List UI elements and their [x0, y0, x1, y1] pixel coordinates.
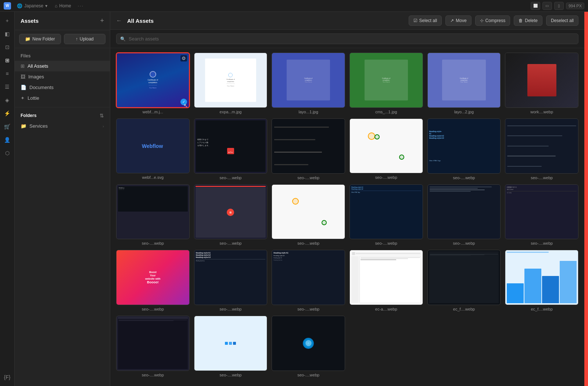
asset-item[interactable]: Webflow でドラッグ seo-....webp [116, 184, 190, 246]
asset-item[interactable]: ec_f....webp [505, 250, 578, 311]
sidebar-add-icon[interactable]: + [100, 17, 104, 25]
mobile-view-btn[interactable]: ▯ [554, 2, 564, 10]
add-icon[interactable]: + [1, 15, 13, 26]
ecomm-icon[interactable]: 🛒 [1, 121, 13, 132]
asset-item[interactable]: Webflow webf...e.svg [116, 118, 190, 180]
folders-label: Folders [21, 113, 36, 118]
asset-name: seo-....webp [194, 373, 268, 377]
pages-icon[interactable]: ☰ [1, 81, 13, 93]
asset-name: seo-....webp [272, 307, 345, 311]
asset-item[interactable]: Heading-style-h1Heading-style-h2 Other H… [349, 184, 423, 246]
asset-item[interactable]: seo-....webp [505, 118, 578, 180]
asset-name: seo-....webp [505, 176, 578, 180]
asset-name: seo-....webp [116, 241, 190, 245]
files-section: Files ⊞ All Assets 🖼 Images 📄 Documents … [15, 48, 110, 107]
compress-button[interactable]: ⊹ Compress [475, 15, 510, 26]
users-icon[interactable]: 👤 [1, 134, 13, 146]
checkbox-icon: ☑ [413, 18, 417, 23]
asset-item[interactable]: Certificate ofcompletion────────Your Nam… [194, 53, 268, 114]
asset-item[interactable]: Heading-style-h1 Heading-style-h2 Headin… [272, 250, 345, 311]
deselect-all-button[interactable]: Deselect all [546, 15, 578, 26]
asset-item[interactable]: Certificate ofcompletionYour Name cms_..… [349, 53, 423, 114]
asset-thumbnail: Heading-style-h1Heading-style-h2 Other H… [349, 184, 423, 240]
px-indicator: 994 PX [566, 3, 584, 9]
language-selector[interactable]: 🌐 Japanese ▾ [13, 2, 51, 10]
cms-icon[interactable]: ≡ [1, 68, 13, 79]
asset-item[interactable]: Certificate ofcompletion────────Your Nam… [116, 53, 190, 114]
asset-thumbnail: Heading-style-h1 Heading-style-h2 Headin… [272, 250, 345, 305]
folder-icon: 📁 [21, 123, 26, 129]
upload-button[interactable]: ↑ Upload [64, 34, 106, 44]
asset-name: cms_...1.jpg [349, 110, 423, 114]
back-button[interactable]: ← [116, 17, 122, 24]
logic-icon[interactable]: ⬡ [1, 147, 13, 159]
sidebar-item-all-assets[interactable]: ⊞ All Assets [15, 61, 110, 71]
asset-item[interactable]: BoostYourwebsite withBoooo! seo-....webp [116, 250, 190, 311]
asset-item[interactable]: ec-a....webp [349, 250, 423, 311]
asset-item[interactable]: 日本語テキスト SEO Content seo webp seo-....web… [505, 184, 578, 246]
delete-button[interactable]: 🗑 Delete [514, 15, 542, 26]
vars-icon[interactable]: {F} [1, 371, 13, 383]
assets-icon[interactable]: ⊞ [1, 54, 13, 66]
compress-icon: ⊹ [480, 18, 484, 23]
asset-item[interactable]: Certificate ofcompletionYour Name layo..… [272, 53, 345, 114]
asset-item[interactable]: seo-....webp [272, 316, 345, 377]
asset-name: seo-....webp [272, 373, 345, 377]
new-folder-button[interactable]: 📁 New Folder [19, 34, 61, 44]
main-title: All Assets [127, 18, 154, 24]
asset-name: seo-....webp [272, 241, 345, 245]
asset-item[interactable]: ec_f....webp [427, 250, 501, 311]
asset-item[interactable]: seo-....webp [349, 118, 423, 180]
app-logo[interactable]: W [4, 2, 11, 10]
interactions-icon[interactable]: ⚡ [1, 107, 13, 119]
asset-item[interactable]: seo-....webp [272, 184, 345, 246]
asset-thumbnail [272, 184, 345, 240]
gear-icon[interactable]: ⚙ [180, 55, 187, 61]
more-options[interactable]: ··· [78, 3, 84, 8]
layers-icon[interactable]: ◧ [1, 28, 13, 40]
assets-toolbar: ← All Assets ☑ Select all ↗ Move ⊹ Compr… [110, 12, 584, 30]
asset-thumbnail: Webflow でドラッグ [116, 184, 190, 240]
sidebar-item-services[interactable]: 📁 Services › [15, 121, 110, 131]
asset-thumbnail [505, 53, 578, 108]
asset-name: seo-....webp [194, 307, 268, 311]
asset-thumbnail [194, 316, 268, 371]
move-icon: ↗ [450, 18, 454, 23]
asset-item[interactable]: Heading-style-h1Heading-style-h2Heading-… [194, 250, 268, 311]
asset-item[interactable]: Heading-style-h1Heading-style-h2Heading-… [427, 118, 501, 180]
home-nav-item[interactable]: ⌂ Home [51, 2, 75, 10]
style-icon[interactable]: ◈ [1, 94, 13, 106]
asset-thumbnail [505, 250, 578, 305]
sidebar-actions: 📁 New Folder ↑ Upload [15, 30, 110, 48]
icon-bar: + ◧ ⊡ ⊞ ≡ ☰ ◈ ⚡ 🛒 👤 ⬡ {F} [0, 12, 15, 386]
asset-item[interactable]: B seo-....webp [194, 184, 268, 246]
asset-item[interactable]: seo-....webp [116, 316, 190, 377]
components-icon[interactable]: ⊡ [1, 41, 13, 53]
asset-item[interactable]: seo-....webp [427, 184, 501, 246]
sidebar-item-lottie[interactable]: ✦ Lottie [15, 93, 110, 103]
asset-item[interactable]: seo-....webp [272, 118, 345, 180]
asset-item[interactable]: seo-....webp [194, 316, 268, 377]
asset-thumbnail [272, 316, 345, 371]
asset-thumbnail: Certificate ofcompletionYour Name [427, 53, 501, 108]
asset-item[interactable]: 時間で今までにアクセス数を増やします。 ▶ Play seo-....webp [194, 118, 268, 180]
move-button[interactable]: ↗ Move [445, 15, 471, 26]
svg-text:Webflow: Webflow [142, 143, 163, 149]
asset-thumbnail [116, 316, 190, 371]
asset-thumbnail [349, 118, 423, 174]
desktop-view-btn[interactable]: ⬜ [531, 2, 540, 10]
search-input[interactable] [129, 36, 574, 42]
sidebar-item-images[interactable]: 🖼 Images [15, 71, 110, 82]
trash-icon: 🗑 [519, 18, 523, 23]
sidebar-item-documents[interactable]: 📄 Documents [15, 82, 110, 93]
asset-item[interactable]: Certificate ofcompletionYour Name layo..… [427, 53, 501, 114]
folders-expand-icon[interactable]: ⇅ [100, 113, 104, 118]
asset-item[interactable]: work....webp [505, 53, 578, 114]
asset-thumbnail: Certificate ofcompletion────────Your Nam… [194, 53, 268, 108]
asset-thumbnail: Certificate ofcompletion────────Your Nam… [116, 53, 190, 108]
search-icon: 🔍 [120, 36, 126, 42]
chevron-down-icon: ▾ [45, 3, 47, 8]
asset-thumbnail: Heading-style-h1Heading-style-h2Heading-… [427, 118, 501, 174]
select-all-button[interactable]: ☑ Select all [409, 15, 442, 26]
tablet-view-btn[interactable]: ▭ [542, 2, 552, 10]
